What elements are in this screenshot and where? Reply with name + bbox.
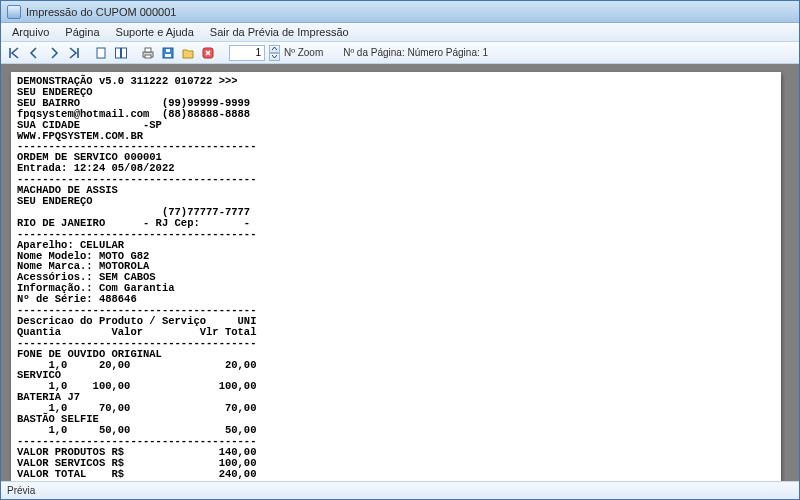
next-page-button[interactable] [45,44,63,62]
zoom-up-button[interactable] [269,45,280,53]
toolbar: 1 Nº Zoom Nº da Página: Número Página: 1 [1,42,799,64]
zoom-spinner [269,45,280,61]
last-page-button[interactable] [65,44,83,62]
svg-rect-0 [97,48,105,58]
svg-rect-5 [145,55,151,58]
preview-workspace[interactable]: DEMONSTRAÇÃO v5.0 311222 010722 >>> SEU … [1,64,799,481]
zoom-label: Nº Zoom [284,47,323,58]
svg-rect-4 [145,48,151,52]
menu-pagina[interactable]: Página [57,24,107,40]
status-label: Prévia [7,485,35,496]
prev-page-button[interactable] [25,44,43,62]
statusbar: Prévia [1,481,799,499]
page-number-label: Nº da Página: Número Página: 1 [343,47,488,58]
receipt-content: DEMONSTRAÇÃO v5.0 311222 010722 >>> SEU … [17,76,775,481]
single-page-button[interactable] [92,44,110,62]
first-page-button[interactable] [5,44,23,62]
svg-rect-1 [116,48,121,58]
menu-suporte[interactable]: Suporte e Ajuda [108,24,202,40]
close-preview-button[interactable] [199,44,217,62]
zoom-down-button[interactable] [269,53,280,61]
app-icon [7,5,21,19]
svg-rect-8 [166,49,170,52]
svg-rect-2 [122,48,127,58]
menubar: Arquivo Página Suporte e Ajuda Sair da P… [1,23,799,42]
preview-page: DEMONSTRAÇÃO v5.0 311222 010722 >>> SEU … [11,72,781,481]
titlebar[interactable]: Impressão do CUPOM 000001 [1,1,799,23]
save-button[interactable] [159,44,177,62]
print-button[interactable] [139,44,157,62]
zoom-control: 1 Nº Zoom [229,45,323,61]
open-button[interactable] [179,44,197,62]
print-preview-window: Impressão do CUPOM 000001 Arquivo Página… [0,0,800,500]
multi-page-button[interactable] [112,44,130,62]
svg-rect-7 [165,54,171,57]
menu-arquivo[interactable]: Arquivo [4,24,57,40]
window-title: Impressão do CUPOM 000001 [26,6,176,18]
menu-sair-previa[interactable]: Sair da Prévia de Impressão [202,24,357,40]
zoom-input[interactable]: 1 [229,45,265,61]
